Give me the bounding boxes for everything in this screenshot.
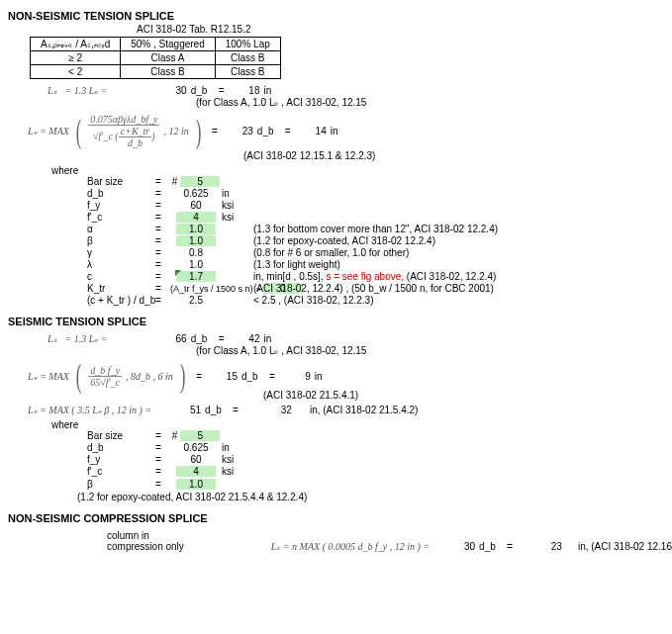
ls-v1: 30 (159, 85, 187, 96)
input-value[interactable]: 1.7 (176, 271, 216, 282)
ls-note: (for Class A, 1.0 Lₑ , ACI 318-02, 12.15 (196, 97, 366, 108)
input-value[interactable]: 1.0 (176, 235, 216, 246)
where-label: where (51, 165, 672, 176)
ls-symbol: Lₛ (48, 85, 57, 96)
input-value[interactable]: 4 (176, 466, 216, 477)
input-value[interactable]: 5 (180, 176, 220, 187)
section3-title: NON-SEISMIC COMPRESSION SPLICE (8, 512, 672, 524)
input-value[interactable]: 5 (180, 430, 220, 441)
ls-eq: = 1.3 Lₑ = (61, 85, 112, 96)
input-value[interactable]: 4 (176, 212, 216, 223)
sec2-footnote: (1.2 for epoxy-coated, ACI 318-02 21.5.4… (77, 492, 672, 502)
input-value[interactable]: 1.0 (176, 479, 216, 490)
section1-title: NON-SEISMIC TENSION SPLICE (8, 10, 672, 22)
table-ref: ACI 318-02 Tab. R12.15.2 (137, 24, 672, 35)
class-table: Aₛ,ₚᵣₒᵥₑ / Aₛ,ᵣₑᵧd 50% , Staggered 100% … (30, 37, 281, 79)
section2-title: SEISMIC TENSION SPLICE (8, 316, 672, 327)
input-value[interactable]: 1.0 (176, 224, 216, 234)
ld-lhs: Lₑ = MAX (28, 126, 69, 136)
